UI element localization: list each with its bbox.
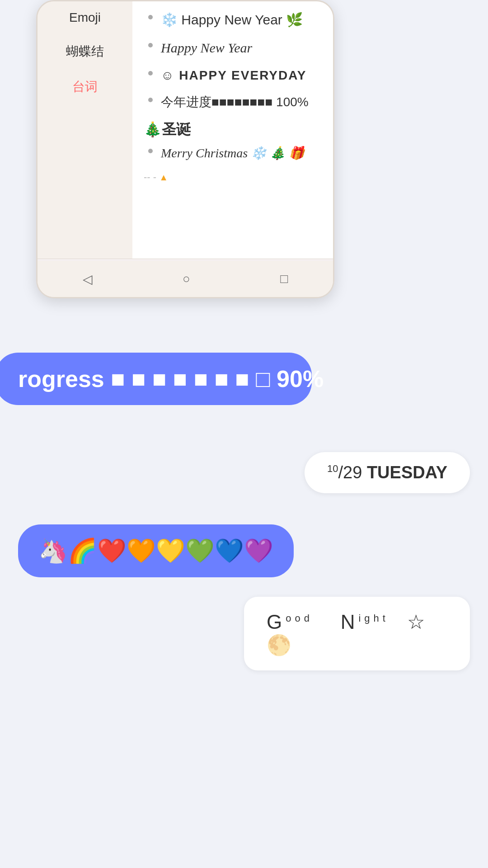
item-text-1: ❄️ Happy New Year 🌿 [161, 10, 303, 29]
item-text-4: 今年进度■■■■■■■■ 100% [161, 93, 309, 111]
back-nav-icon[interactable]: ◁ [83, 272, 93, 287]
progress-bubble[interactable]: rogress ■ ■ ■ ■ ■ ■ ■ □ 90% [0, 353, 312, 405]
list-item-happy-new-year-2[interactable]: Happy New Year [144, 38, 322, 57]
bullet-dot [148, 71, 153, 75]
sidebar-item-emoji[interactable]: Emoji [69, 10, 101, 25]
date-bubble[interactable]: 10/29 TUESDAY [305, 452, 470, 493]
nav-bar: ◁ ○ □ [38, 261, 333, 297]
recent-nav-icon[interactable]: □ [280, 272, 288, 286]
emoji-bubble[interactable]: 🦄🌈❤️🧡💛💚💙💜 [18, 524, 294, 577]
sidebar-item-bowtie[interactable]: 蝴蝶结 [66, 43, 104, 60]
sidebar: Emoji 蝴蝶结 台词 [38, 1, 132, 205]
bullet-dot [148, 43, 153, 47]
home-nav-icon[interactable]: ○ [183, 272, 190, 286]
goodnight-text: Good Night ☆🌕 [267, 611, 428, 656]
sidebar-item-lines[interactable]: 台词 [72, 78, 98, 95]
emoji-bubble-text: 🦄🌈❤️🧡💛💚💙💜 [38, 538, 273, 564]
content-area: ❄️ Happy New Year 🌿 Happy New Year ☺ HAP… [132, 1, 333, 259]
phone-mockup: Emoji 蝴蝶结 台词 ❄️ Happy New Year 🌿 Happy N… [36, 0, 334, 298]
list-item-happy-new-year-1[interactable]: ❄️ Happy New Year 🌿 [144, 10, 322, 29]
bullet-dot [148, 15, 153, 19]
item-text-christmas: Merry Christmas ❄️ 🎄 🎁 [161, 144, 305, 162]
divider-line: -- - ▲ [144, 171, 322, 183]
christmas-header: 🎄圣诞 [144, 120, 322, 140]
bullet-dot [148, 98, 153, 102]
arrow-up-icon: ▲ [159, 172, 168, 182]
progress-bubble-text: rogress ■ ■ ■ ■ ■ ■ ■ □ 90% [18, 366, 324, 392]
date-bubble-text: 10/29 TUESDAY [327, 463, 447, 482]
list-item-happy-everyday[interactable]: ☺ HAPPY EVERYDAY [144, 66, 322, 84]
list-item-merry-christmas[interactable]: Merry Christmas ❄️ 🎄 🎁 [144, 144, 322, 162]
bullet-dot [148, 149, 153, 153]
list-item-progress[interactable]: 今年进度■■■■■■■■ 100% [144, 93, 322, 111]
goodnight-bubble[interactable]: Good Night ☆🌕 [244, 597, 470, 670]
item-text-2: Happy New Year [161, 38, 252, 57]
item-text-3: ☺ HAPPY EVERYDAY [161, 66, 307, 84]
